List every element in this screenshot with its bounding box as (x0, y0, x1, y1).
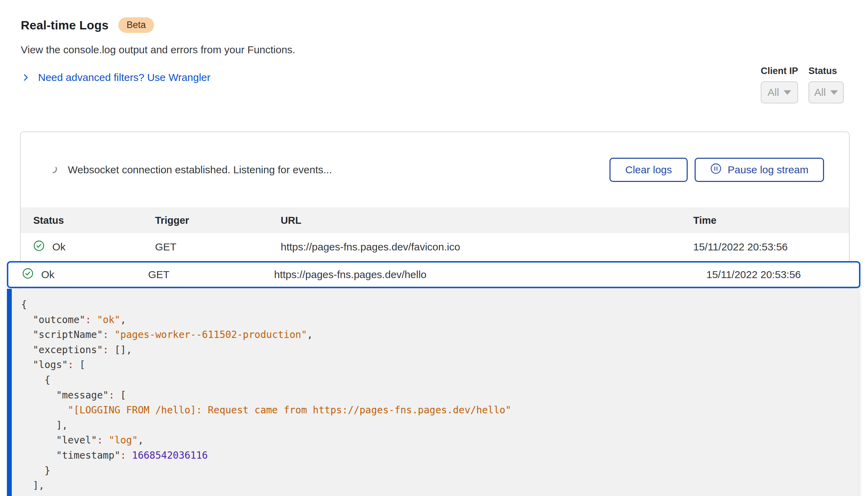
code-token: , (120, 314, 126, 325)
advanced-filters-link-label: Need advanced filters? Use Wrangler (38, 72, 210, 83)
filters: Client IP All Status All (761, 66, 844, 103)
code-token: : (97, 434, 103, 446)
code-token: : (68, 359, 74, 370)
code-token: "timestamp" (21, 450, 120, 461)
connection-status-message: Websocket connection established. Listen… (68, 164, 609, 176)
dropdown-value: All (814, 86, 826, 98)
status-cell: Ok (33, 240, 155, 254)
chevron-right-icon (21, 73, 30, 82)
column-header: Trigger (155, 215, 281, 226)
table-header: StatusTriggerURLTime (21, 208, 849, 233)
table-row[interactable]: Ok GET https://pages-fns.pages.dev/favic… (21, 233, 849, 261)
time-cell: 15/11/2022 20:53:56 (706, 269, 847, 281)
selected-table-row[interactable]: Ok GET https://pages-fns.pages.dev/hello… (7, 261, 860, 288)
pause-log-stream-button[interactable]: Pause log stream (695, 158, 824, 182)
clear-logs-button[interactable]: Clear logs (609, 158, 687, 182)
code-token: "scriptName" (21, 329, 103, 340)
code-token (91, 314, 97, 325)
code-line: "timestamp": 1668542036116 (21, 448, 851, 463)
filter-label: Client IP (761, 66, 798, 76)
code-token: "ok" (97, 314, 120, 325)
spinner-icon (48, 165, 57, 175)
code-line: ], (21, 418, 851, 433)
code-token: "[LOGGING FROM /hello]: Request came fro… (68, 404, 511, 416)
code-line: { (21, 297, 851, 312)
page-title: Real-time Logs (21, 18, 109, 32)
filter-status: Status All (808, 66, 844, 103)
code-line: "logs": [ (21, 357, 851, 373)
pause-log-stream-label: Pause log stream (728, 164, 808, 176)
advanced-filters-link[interactable]: Need advanced filters? Use Wrangler (21, 72, 295, 83)
client-ip-dropdown[interactable]: All (761, 81, 798, 103)
code-token: "message" (21, 389, 109, 401)
column-header: Status (33, 215, 155, 226)
column-header: Time (693, 215, 837, 226)
log-detail-panel: { "outcome": "ok", "scriptName": "pages-… (7, 289, 858, 496)
log-detail-json: { "outcome": "ok", "scriptName": "pages-… (12, 289, 858, 493)
code-token: { (21, 374, 50, 386)
code-line: "outcome": "ok", (21, 312, 851, 328)
code-token: : (120, 450, 126, 461)
code-token: "logs" (21, 359, 68, 370)
expanded-log-entry: Ok GET https://pages-fns.pages.dev/hello… (7, 261, 860, 496)
code-token: ], (21, 420, 68, 431)
check-circle-icon (33, 240, 45, 254)
table-rows: Ok GET https://pages-fns.pages.dev/favic… (21, 233, 849, 261)
code-line: } (21, 463, 851, 478)
url-cell: https://pages-fns.pages.dev/hello (274, 269, 706, 281)
url-cell: https://pages-fns.pages.dev/favicon.ico (281, 241, 693, 253)
filter-client-ip: Client IP All (761, 66, 798, 103)
code-token (21, 404, 68, 416)
code-token: "log" (109, 434, 138, 446)
column-header: URL (281, 215, 693, 226)
code-line: { (21, 373, 851, 388)
trigger-cell: GET (155, 241, 281, 253)
code-line: "level": "log", (21, 433, 851, 448)
code-token: "exceptions" (21, 344, 103, 356)
stream-bar: Websocket connection established. Listen… (21, 132, 849, 208)
code-token: , (138, 434, 144, 446)
code-token: : (109, 389, 115, 401)
code-token: "pages-worker--611502-production" (115, 329, 307, 340)
clear-logs-label: Clear logs (625, 164, 672, 176)
trigger-cell: GET (148, 269, 274, 281)
code-line: "[LOGGING FROM /hello]: Request came fro… (21, 403, 851, 418)
code-token (103, 434, 109, 446)
code-token: [ (74, 359, 85, 370)
code-token (126, 450, 132, 461)
code-token: [], (109, 344, 132, 356)
status-label: Ok (52, 241, 65, 253)
code-line: "exceptions": [], (21, 342, 851, 358)
realtime-logs-page: Real-time Logs Beta View the console.log… (0, 0, 868, 496)
status-label: Ok (41, 269, 54, 281)
page-header: Real-time Logs Beta View the console.log… (21, 17, 295, 83)
code-line: "scriptName": "pages-worker--611502-prod… (21, 327, 851, 342)
code-token (109, 329, 115, 340)
dropdown-value: All (768, 86, 779, 98)
code-line: ], (21, 478, 851, 493)
caret-down-icon (830, 90, 838, 95)
status-cell: Ok (22, 268, 148, 282)
check-circle-icon (22, 268, 34, 282)
pause-circle-icon (710, 163, 722, 177)
code-token: } (21, 465, 50, 476)
time-cell: 15/11/2022 20:53:56 (693, 241, 837, 253)
code-token: "outcome" (21, 314, 85, 325)
page-subtitle: View the console.log output and errors f… (21, 44, 295, 56)
beta-badge: Beta (118, 17, 154, 33)
code-token: : (103, 329, 109, 340)
caret-down-icon (784, 90, 791, 95)
status-dropdown[interactable]: All (808, 81, 844, 103)
code-token: 1668542036116 (132, 450, 208, 461)
filter-label: Status (808, 66, 844, 76)
code-token: : (103, 344, 109, 356)
code-token: , (307, 329, 313, 340)
code-token: { (21, 299, 27, 310)
code-token: ], (21, 480, 44, 491)
code-token: : (85, 314, 91, 325)
code-token: "level" (21, 434, 97, 446)
code-token: [ (115, 389, 126, 401)
code-line: "message": [ (21, 388, 851, 403)
